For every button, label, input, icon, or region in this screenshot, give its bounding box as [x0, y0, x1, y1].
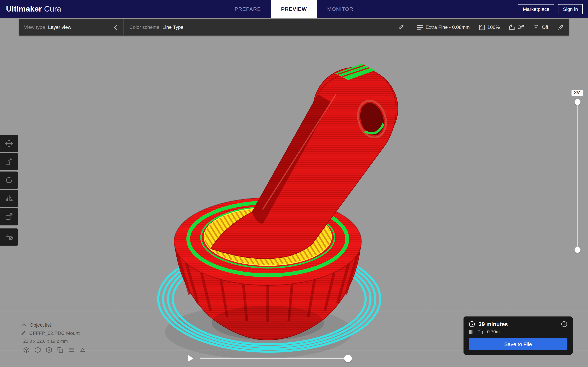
- print-job-panel: 39 minutes 2g · 0.70m Save to File: [464, 317, 573, 355]
- scale-tool-button[interactable]: [0, 153, 18, 170]
- cube-icon[interactable]: [57, 347, 63, 353]
- per-model-settings-icon: [5, 213, 13, 221]
- layer-height-icon: [416, 25, 423, 30]
- object-list-panel: Object list CFFFP_02.PDC Mount 22.0 x 22…: [21, 320, 86, 353]
- rename-pencil-icon[interactable]: [21, 331, 26, 335]
- color-scheme-value: Line Type: [162, 24, 183, 30]
- marketplace-button[interactable]: Marketplace: [518, 4, 554, 14]
- print-settings-summary: Extra Fine - 0.08mm 100% Off Off: [411, 19, 569, 35]
- app-header: Ultimaker Cura PREPARE PREVIEW MONITOR M…: [0, 0, 588, 18]
- color-scheme-label: Color scheme: [129, 24, 159, 30]
- edit-settings-pencil-icon[interactable]: [558, 24, 564, 30]
- cube-icon[interactable]: [46, 347, 52, 353]
- adhesion-setting[interactable]: Off: [533, 24, 548, 30]
- move-tool-button[interactable]: [0, 135, 18, 152]
- chevron-left-icon[interactable]: [113, 24, 117, 30]
- tab-prepare[interactable]: PREPARE: [225, 0, 271, 18]
- tab-monitor[interactable]: MONITOR: [317, 0, 364, 18]
- object-list-title: Object list: [30, 322, 51, 327]
- cube-icon[interactable]: [23, 347, 30, 353]
- support-blocker-button[interactable]: [0, 228, 18, 246]
- save-to-file-button[interactable]: Save to File: [469, 338, 568, 350]
- app-logo: Ultimaker Cura: [6, 5, 61, 13]
- scene-svg: [0, 0, 588, 367]
- move-icon: [5, 139, 13, 148]
- support-icon: [509, 24, 515, 30]
- object-icon-row: [23, 347, 86, 353]
- divider: [123, 19, 124, 35]
- cube-icon[interactable]: [68, 347, 75, 353]
- object-list-header[interactable]: Object list: [21, 320, 86, 329]
- layer-slider-upper-handle[interactable]: [575, 99, 580, 105]
- support-setting[interactable]: Off: [509, 24, 524, 30]
- layer-slider-track[interactable]: [577, 102, 578, 250]
- profile-setting[interactable]: Extra Fine - 0.08mm: [416, 24, 470, 30]
- simulation-slider-handle[interactable]: [344, 355, 352, 362]
- stage-bar: View type Layer view Color scheme Line T…: [19, 19, 569, 35]
- mirror-tool-button[interactable]: [0, 190, 18, 207]
- tool-column: [0, 135, 18, 247]
- adhesion-icon: [533, 25, 539, 30]
- view-type-value: Layer view: [48, 24, 71, 30]
- support-blocker-icon: [5, 233, 13, 241]
- infill-setting[interactable]: 100%: [479, 24, 500, 30]
- edit-pencil-icon[interactable]: [398, 24, 404, 30]
- brand-bold: Ultimaker: [6, 5, 42, 13]
- play-button[interactable]: [186, 354, 196, 363]
- object-dimensions: 22.0 x 22.0 x 19.2 mm: [23, 339, 86, 344]
- divider: [410, 19, 410, 35]
- view-type-selector[interactable]: View type Layer view: [19, 24, 122, 30]
- per-model-settings-button[interactable]: [0, 208, 18, 225]
- tab-preview[interactable]: PREVIEW: [271, 0, 317, 18]
- object-name: CFFFP_02.PDC Mount: [29, 330, 80, 336]
- mirror-icon: [5, 194, 13, 202]
- scale-icon: [5, 158, 13, 166]
- brand-light: Cura: [44, 5, 61, 13]
- cube-icon[interactable]: [79, 347, 86, 353]
- clock-icon: [469, 321, 475, 327]
- model-handle: [211, 64, 398, 259]
- simulation-bar: [186, 354, 351, 363]
- rotate-icon: [5, 176, 13, 184]
- header-actions: Marketplace Sign in: [518, 4, 583, 14]
- material-icon: [469, 329, 475, 334]
- layer-slider-lower-handle[interactable]: [575, 247, 580, 253]
- info-icon[interactable]: [561, 321, 567, 327]
- material-usage: 2g · 0.70m: [478, 329, 500, 334]
- adhesion-value: Off: [542, 24, 548, 30]
- model-3d[interactable]: [158, 64, 398, 359]
- rotate-tool-button[interactable]: [0, 171, 18, 189]
- profile-value: Extra Fine - 0.08mm: [426, 24, 470, 30]
- signin-button[interactable]: Sign in: [558, 4, 583, 14]
- cube-icon[interactable]: [35, 347, 41, 353]
- stage-tabs: PREPARE PREVIEW MONITOR: [0, 0, 588, 18]
- viewport-3d[interactable]: [0, 0, 588, 367]
- color-scheme-selector[interactable]: Color scheme Line Type: [124, 24, 409, 30]
- infill-icon: [479, 24, 484, 30]
- chevron-up-icon: [21, 323, 26, 326]
- print-time: 39 minutes: [478, 321, 508, 327]
- layer-number-badge: 238: [571, 90, 583, 96]
- infill-value: 100%: [487, 24, 500, 30]
- view-type-label: View type: [24, 24, 45, 30]
- object-list-item[interactable]: CFFFP_02.PDC Mount: [21, 329, 86, 337]
- support-value: Off: [518, 24, 524, 30]
- simulation-slider-track[interactable]: [200, 358, 351, 359]
